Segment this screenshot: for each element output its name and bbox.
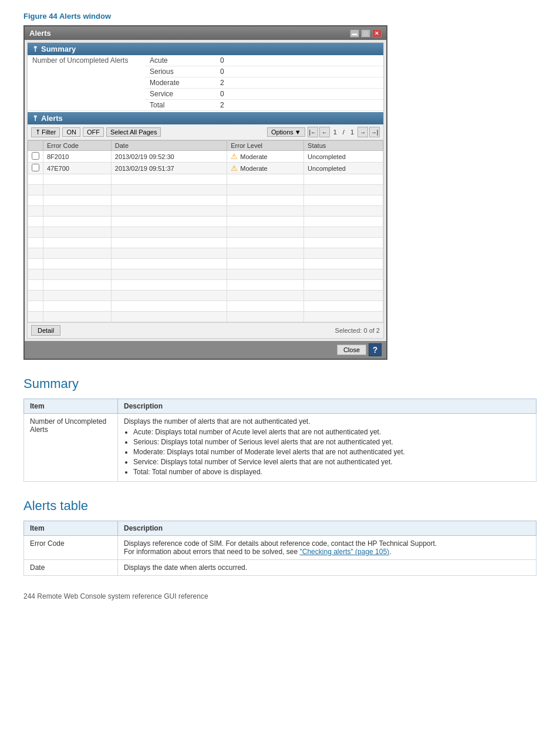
col-header-error-code: Error Code	[43, 141, 112, 151]
table-row	[28, 195, 383, 206]
summary-desc-cell: Displays the number of alerts that are n…	[118, 414, 537, 482]
alerts-desc-row-errorcode: Error Code Displays reference code of SI…	[24, 536, 537, 560]
table-row	[28, 259, 383, 269]
col-header-status: Status	[304, 141, 383, 151]
alerts-table-header-row: Error Code Date Error Level Status	[28, 141, 383, 151]
checkbox-input[interactable]	[32, 164, 39, 171]
date-cell: 2013/02/19 09:51:37	[111, 163, 227, 174]
summary-desc-intro: Displays the number of alerts that are n…	[124, 417, 311, 426]
summary-moderate-value: 2	[215, 77, 383, 89]
summary-acute-value: 0	[215, 55, 383, 66]
alerts-collapse-icon[interactable]: ⤒	[32, 114, 38, 123]
table-row	[28, 291, 383, 301]
alerts-item-col-header: Item	[24, 521, 118, 536]
alerts-desc-row-date: Date Displays the date when alerts occur…	[24, 560, 537, 576]
prev-page-button[interactable]: ←	[319, 127, 330, 137]
alerts-section-header: ⤒ Alerts	[28, 112, 383, 124]
collapse-icon[interactable]: ⤒	[32, 45, 38, 53]
table-row: 47E700 2013/02/19 09:51:37 ⚠ Moderate Un…	[28, 163, 383, 174]
off-button[interactable]: OFF	[83, 127, 104, 137]
pagination: |← ← 1 / 1 → →|	[308, 127, 380, 137]
col-header-date: Date	[111, 141, 227, 151]
col-header-error-level: Error Level	[227, 141, 304, 151]
minimize-button[interactable]: ▬	[350, 29, 359, 38]
table-row	[28, 238, 383, 248]
close-window-x-button[interactable]: ✕	[372, 29, 382, 38]
table-row	[28, 312, 383, 322]
errorcode-desc-period: .	[389, 548, 391, 556]
filter-icon: ⤒	[35, 129, 41, 136]
summary-service-label: Service	[145, 89, 215, 100]
selected-info: Selected: 0 of 2	[335, 327, 380, 334]
close-button[interactable]: Close	[337, 345, 366, 355]
table-row	[28, 227, 383, 238]
restore-button[interactable]: □	[361, 29, 370, 38]
page-separator: /	[340, 129, 347, 136]
window-titlebar: Alerts ▬ □ ✕	[25, 26, 386, 40]
date-desc-cell: Displays the date when alerts occurred.	[118, 560, 537, 576]
detail-button[interactable]: Detail	[31, 325, 60, 336]
summary-desc-header-row: Item Description	[24, 399, 537, 414]
options-label: Options	[271, 129, 294, 136]
summary-title: Summary	[23, 376, 537, 391]
warning-icon: ⚠	[231, 164, 238, 173]
alerts-desc-header-row: Item Description	[24, 521, 537, 536]
alerts-desc-col-header: Description	[118, 521, 537, 536]
summary-service-value: 0	[215, 89, 383, 100]
status-cell: Uncompleted	[304, 163, 383, 174]
filter-button[interactable]: ⤒ Filter	[31, 127, 60, 137]
summary-item-col-header: Item	[24, 399, 118, 414]
summary-section-header: ⤒ Summary	[28, 43, 383, 55]
window-title: Alerts	[29, 29, 51, 38]
table-row	[28, 174, 383, 185]
list-item: Moderate: Displays total number of Moder…	[133, 448, 530, 456]
dropdown-arrow-icon: ▼	[295, 129, 301, 136]
alerts-header-label: Alerts	[41, 114, 63, 123]
errorcode-desc-text1: Displays reference code of SIM. For deta…	[124, 539, 437, 548]
date-cell: 2013/02/19 09:52:30	[111, 151, 227, 163]
checkbox-input[interactable]	[32, 152, 39, 160]
last-page-button[interactable]: →|	[369, 127, 380, 137]
summary-desc-row: Number of UncompletedAlerts Displays the…	[24, 414, 537, 482]
list-item: Total: Total number of above is displaye…	[133, 468, 530, 476]
total-pages: 1	[348, 129, 356, 136]
window-controls: ▬ □ ✕	[350, 29, 382, 38]
list-item: Acute: Displays total number of Acute le…	[133, 428, 530, 436]
row-checkbox[interactable]	[28, 151, 43, 163]
table-row	[28, 301, 383, 312]
summary-moderate-label: Moderate	[145, 77, 215, 89]
window-content: ⤒ Summary Number of Uncompleted Alerts A…	[27, 42, 384, 339]
alerts-table: Error Code Date Error Level Status 8F201…	[28, 140, 383, 322]
help-button[interactable]: ?	[369, 343, 382, 356]
alerts-table-desc-table: Item Description Error Code Displays ref…	[23, 521, 537, 576]
table-row	[28, 269, 383, 280]
row-checkbox[interactable]	[28, 163, 43, 174]
alerts-table-title: Alerts table	[23, 498, 537, 514]
error-level-cell: ⚠ Moderate	[227, 163, 304, 174]
list-item: Serious: Displays total number of Seriou…	[133, 438, 530, 446]
summary-row-label: Number of Uncompleted Alerts Acute 0	[28, 55, 383, 66]
on-button[interactable]: ON	[62, 127, 80, 137]
list-item: Service: Displays total number of Servic…	[133, 458, 530, 466]
table-row	[28, 206, 383, 217]
date-item-cell: Date	[24, 560, 118, 576]
next-page-button[interactable]: →	[357, 127, 368, 137]
warning-icon: ⚠	[231, 152, 238, 161]
summary-total-value: 2	[215, 100, 383, 111]
errorcode-desc-cell: Displays reference code of SIM. For deta…	[118, 536, 537, 560]
first-page-button[interactable]: |←	[308, 127, 318, 137]
summary-item-cell: Number of UncompletedAlerts	[24, 414, 118, 482]
select-all-button[interactable]: Select All Pages	[106, 127, 161, 137]
summary-acute-label: Acute	[145, 55, 215, 66]
options-button[interactable]: Options ▼	[267, 127, 305, 137]
error-level-text: Moderate	[240, 153, 267, 160]
figure-caption: Figure 44 Alerts window	[23, 12, 537, 21]
error-level-text: Moderate	[240, 165, 267, 172]
col-header-checkbox	[28, 141, 43, 151]
status-cell: Uncompleted	[304, 151, 383, 163]
table-row	[28, 280, 383, 291]
alerts-toolbar: ⤒ Filter ON OFF Select All Pages Options…	[28, 124, 383, 140]
summary-desc-table: Item Description Number of UncompletedAl…	[23, 399, 537, 482]
checking-alerts-link[interactable]: "Checking alerts" (page 105)	[300, 548, 390, 556]
table-row: 8F2010 2013/02/19 09:52:30 ⚠ Moderate Un…	[28, 151, 383, 163]
